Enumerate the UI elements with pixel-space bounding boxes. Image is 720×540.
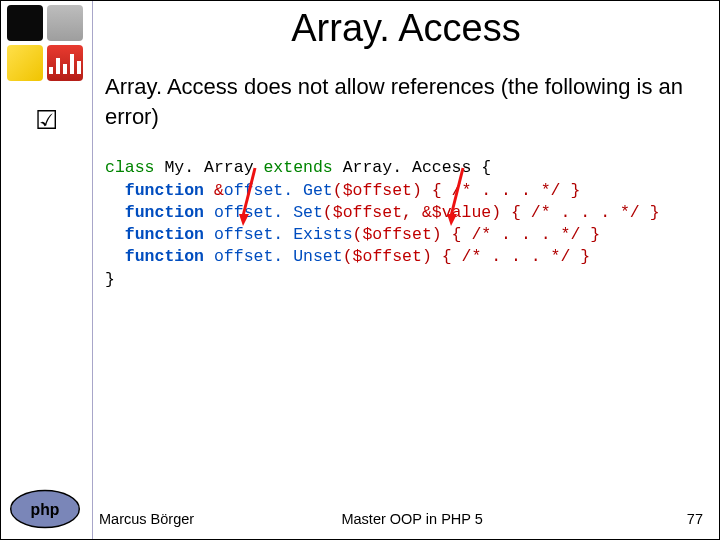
left-column: ☑ php: [1, 1, 93, 539]
indent: [105, 203, 125, 222]
bullet-text: Array. Access does not allow references …: [101, 72, 711, 131]
keyword-function: function: [125, 225, 214, 244]
paren-close: ): [412, 181, 422, 200]
svg-line-2: [243, 168, 255, 216]
grid-square-gray: [47, 5, 83, 41]
grid-square-yellow: [7, 45, 43, 81]
brand-grid-icon: [7, 5, 83, 81]
svg-marker-5: [447, 214, 457, 226]
paren-open: (: [323, 203, 333, 222]
keyword-function: function: [125, 247, 214, 266]
main-content: Array. Access Array. Access does not all…: [93, 1, 719, 539]
slide: ☑ php Array. Access Array. Access does n…: [0, 0, 720, 540]
ampersand: &: [422, 203, 432, 222]
keyword-function: function: [125, 203, 214, 222]
paren-close: ): [432, 225, 442, 244]
paren-close: ): [422, 247, 432, 266]
method-offsetset: offset. Set: [214, 203, 323, 222]
param-offset: $offset: [333, 203, 402, 222]
arrow-annotation-icon: [239, 121, 253, 272]
method-body-comment: { /* . . . */ }: [422, 181, 580, 200]
code-block: class My. Array extends Array. Access { …: [101, 157, 711, 357]
keyword-function: function: [125, 181, 214, 200]
method-body-comment: { /* . . . */ }: [442, 225, 600, 244]
method-offsetexists: offset. Exists: [214, 225, 353, 244]
param-offset: $offset: [353, 247, 422, 266]
paren-close: ): [491, 203, 501, 222]
grid-square-red-bars: [47, 45, 83, 81]
param-offset: $offset: [362, 225, 431, 244]
indent: [105, 247, 125, 266]
svg-line-4: [451, 168, 463, 216]
brace-close: }: [105, 270, 115, 289]
ampersand: &: [214, 181, 224, 200]
svg-text:php: php: [31, 501, 60, 518]
php-logo-icon: php: [9, 489, 81, 529]
slide-title: Array. Access: [101, 7, 711, 50]
footer-page-number: 77: [687, 511, 703, 527]
paren-open: (: [353, 225, 363, 244]
checkmark-bullet-icon: ☑: [35, 105, 58, 136]
slide-footer: Marcus Börger Master OOP in PHP 5 77: [93, 511, 703, 527]
arrow-annotation-icon: [447, 121, 461, 272]
indent: [105, 225, 125, 244]
grid-square-black: [7, 5, 43, 41]
keyword-class: class: [105, 158, 164, 177]
svg-marker-3: [239, 214, 249, 226]
footer-author: Marcus Börger: [99, 511, 194, 527]
footer-course: Master OOP in PHP 5: [341, 511, 482, 527]
paren-open: (: [333, 181, 343, 200]
param-offset: $offset: [343, 181, 412, 200]
indent: [105, 181, 125, 200]
comma: ,: [402, 203, 422, 222]
method-body-comment: { /* . . . */ }: [501, 203, 659, 222]
paren-open: (: [343, 247, 353, 266]
bars-icon: [49, 52, 81, 74]
